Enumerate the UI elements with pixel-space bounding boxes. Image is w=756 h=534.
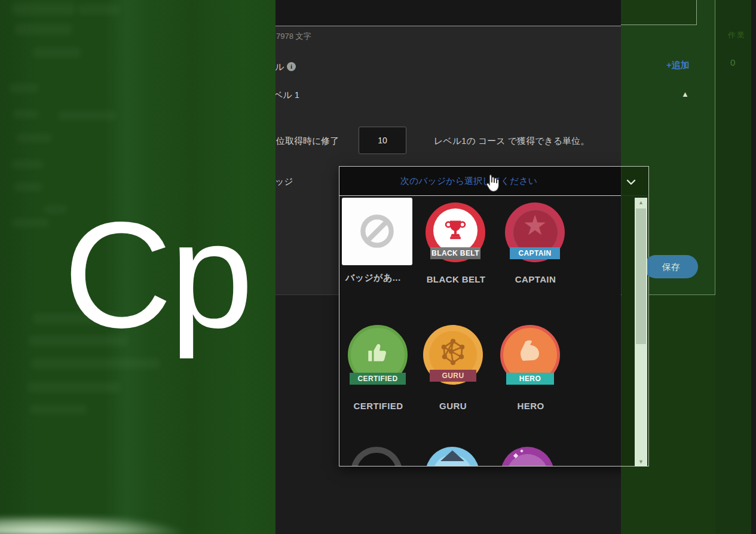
dialog-right-border — [715, 0, 715, 295]
save-button[interactable]: 保存 — [644, 255, 698, 278]
character-count: 7978 文字 — [276, 31, 311, 42]
tinted-page-region — [715, 0, 756, 534]
tinted-textarea-region — [621, 0, 696, 24]
app-window: 7978 文字 ル i ベル 1 位取得時に修了 10 レベル1の コース で獲… — [0, 0, 756, 534]
units-input[interactable]: 10 — [359, 127, 406, 154]
completion-units-label: 位取得時に修了 — [276, 136, 339, 147]
badge-option-label: バッジがあ... — [345, 272, 400, 284]
badge-dropdown: 次のバッジから選択してください バッジがあ... — [339, 166, 648, 467]
badge-ribbon: BLACK BELT — [430, 247, 480, 259]
badge-option-none[interactable] — [342, 198, 412, 265]
badge-option-partial-purple[interactable] — [501, 447, 554, 466]
badge-ribbon: CERTIFIED — [350, 373, 406, 385]
network-icon — [437, 337, 469, 370]
trophy-icon — [442, 217, 469, 245]
sparkle-icon — [520, 449, 524, 453]
badge-option-label: CAPTAIN — [488, 274, 583, 284]
badge-option-hero[interactable]: HERO — [500, 325, 560, 385]
level-section-label: ル — [275, 62, 284, 73]
badge-dropdown-placeholder: 次のバッジから選択してください — [339, 167, 598, 195]
info-icon[interactable]: i — [287, 62, 296, 71]
dropdown-border — [621, 166, 648, 167]
scrollbar-thumb[interactable] — [636, 208, 646, 344]
badge-ribbon: HERO — [506, 373, 554, 385]
mountain-icon — [440, 450, 464, 461]
textarea-border — [621, 24, 697, 25]
flex-arm-icon — [515, 337, 545, 370]
badge-option-certified[interactable]: CERTIFIED — [348, 325, 408, 385]
star-icon: ★ — [505, 207, 565, 243]
captivate-prime-logo: Cp — [63, 200, 251, 351]
badge-field-label: ッジ — [275, 176, 293, 188]
scroll-up-icon[interactable]: ▲ — [635, 200, 647, 205]
level-item-title: ベル 1 — [274, 90, 299, 101]
cursor-pointer-icon — [485, 174, 501, 197]
badge-option-captain[interactable]: ★ CAPTAIN — [505, 202, 565, 262]
badge-option-partial-dark[interactable] — [351, 447, 402, 466]
thumbs-up-icon — [365, 339, 391, 368]
collapse-level-icon[interactable]: ▲ — [681, 90, 689, 99]
badge-dropdown-list: バッジがあ... BLACK BELT BLACK BELT — [339, 196, 648, 466]
badge-option-guru[interactable]: GURU — [423, 325, 483, 385]
dropdown-border — [648, 166, 649, 467]
badge-option-black-belt[interactable]: BLACK BELT — [426, 202, 485, 262]
background-faint-count: 0 — [730, 57, 735, 67]
scroll-down-icon[interactable]: ▼ — [635, 459, 647, 465]
badge-ribbon: GURU — [430, 370, 476, 382]
badge-option-partial-blue[interactable] — [426, 447, 479, 466]
browser-scrollbar-strip — [751, 0, 756, 534]
background-faint-label: 作業 — [728, 30, 746, 41]
chevron-down-icon[interactable] — [626, 177, 636, 188]
badge-ribbon: CAPTAIN — [510, 247, 560, 259]
dropdown-scrollbar[interactable]: ▲ ▼ — [635, 198, 647, 467]
bottom-glow — [0, 517, 293, 534]
textarea-border — [696, 0, 697, 25]
units-note: レベル1の コース で獲得できる単位。 — [434, 136, 589, 147]
badge-option-label: HERO — [483, 401, 579, 411]
add-level-button[interactable]: +追加 — [666, 60, 690, 71]
right-tinted-zone: 作業 0 +追加 ▲ 保存 ▲ ▼ — [621, 0, 756, 534]
left-brand-panel: Cp — [0, 0, 276, 534]
